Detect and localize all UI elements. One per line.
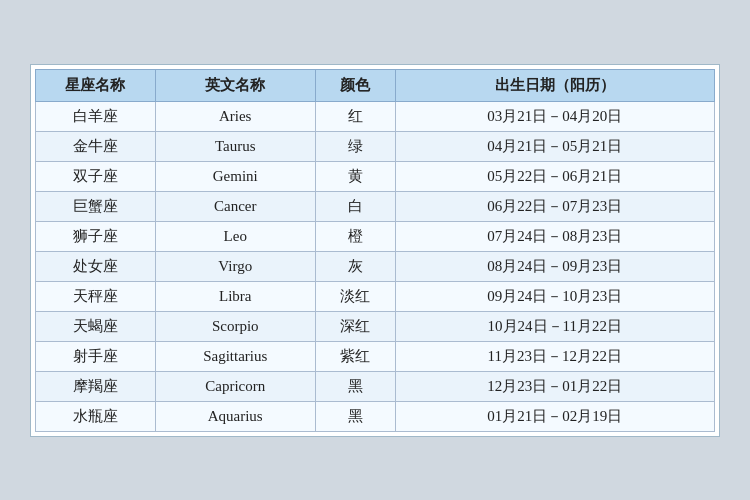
- cell-color: 黑: [315, 371, 395, 401]
- cell-color: 黄: [315, 161, 395, 191]
- cell-chinese: 摩羯座: [36, 371, 156, 401]
- cell-english: Virgo: [155, 251, 315, 281]
- cell-color: 绿: [315, 131, 395, 161]
- cell-english: Taurus: [155, 131, 315, 161]
- table-row: 狮子座Leo橙07月24日－08月23日: [36, 221, 715, 251]
- cell-date: 01月21日－02月19日: [395, 401, 714, 431]
- cell-english: Leo: [155, 221, 315, 251]
- cell-chinese: 处女座: [36, 251, 156, 281]
- cell-date: 12月23日－01月22日: [395, 371, 714, 401]
- cell-date: 09月24日－10月23日: [395, 281, 714, 311]
- cell-color: 淡红: [315, 281, 395, 311]
- header-date: 出生日期（阳历）: [395, 69, 714, 101]
- table-row: 白羊座Aries红03月21日－04月20日: [36, 101, 715, 131]
- table-header-row: 星座名称 英文名称 颜色 出生日期（阳历）: [36, 69, 715, 101]
- table-row: 天秤座Libra淡红09月24日－10月23日: [36, 281, 715, 311]
- header-color: 颜色: [315, 69, 395, 101]
- table-row: 双子座Gemini黄05月22日－06月21日: [36, 161, 715, 191]
- cell-date: 03月21日－04月20日: [395, 101, 714, 131]
- cell-color: 红: [315, 101, 395, 131]
- table-row: 金牛座Taurus绿04月21日－05月21日: [36, 131, 715, 161]
- cell-chinese: 白羊座: [36, 101, 156, 131]
- cell-chinese: 天蝎座: [36, 311, 156, 341]
- cell-color: 灰: [315, 251, 395, 281]
- cell-date: 08月24日－09月23日: [395, 251, 714, 281]
- cell-date: 04月21日－05月21日: [395, 131, 714, 161]
- table-row: 水瓶座Aquarius黑01月21日－02月19日: [36, 401, 715, 431]
- cell-date: 10月24日－11月22日: [395, 311, 714, 341]
- cell-date: 07月24日－08月23日: [395, 221, 714, 251]
- table-row: 处女座Virgo灰08月24日－09月23日: [36, 251, 715, 281]
- table-row: 天蝎座Scorpio深红10月24日－11月22日: [36, 311, 715, 341]
- cell-english: Scorpio: [155, 311, 315, 341]
- cell-english: Aquarius: [155, 401, 315, 431]
- cell-english: Gemini: [155, 161, 315, 191]
- table-row: 射手座Sagittarius紫红11月23日－12月22日: [36, 341, 715, 371]
- cell-date: 05月22日－06月21日: [395, 161, 714, 191]
- cell-english: Libra: [155, 281, 315, 311]
- cell-chinese: 双子座: [36, 161, 156, 191]
- cell-chinese: 巨蟹座: [36, 191, 156, 221]
- cell-color: 黑: [315, 401, 395, 431]
- table-row: 摩羯座Capricorn黑12月23日－01月22日: [36, 371, 715, 401]
- cell-color: 深红: [315, 311, 395, 341]
- table-row: 巨蟹座Cancer白06月22日－07月23日: [36, 191, 715, 221]
- cell-chinese: 射手座: [36, 341, 156, 371]
- cell-english: Sagittarius: [155, 341, 315, 371]
- cell-date: 11月23日－12月22日: [395, 341, 714, 371]
- cell-english: Cancer: [155, 191, 315, 221]
- header-chinese: 星座名称: [36, 69, 156, 101]
- cell-chinese: 金牛座: [36, 131, 156, 161]
- cell-color: 橙: [315, 221, 395, 251]
- zodiac-table-container: 星座名称 英文名称 颜色 出生日期（阳历） 白羊座Aries红03月21日－04…: [30, 64, 720, 437]
- cell-color: 紫红: [315, 341, 395, 371]
- header-english: 英文名称: [155, 69, 315, 101]
- cell-chinese: 狮子座: [36, 221, 156, 251]
- cell-chinese: 天秤座: [36, 281, 156, 311]
- cell-chinese: 水瓶座: [36, 401, 156, 431]
- cell-color: 白: [315, 191, 395, 221]
- cell-date: 06月22日－07月23日: [395, 191, 714, 221]
- cell-english: Aries: [155, 101, 315, 131]
- cell-english: Capricorn: [155, 371, 315, 401]
- zodiac-table: 星座名称 英文名称 颜色 出生日期（阳历） 白羊座Aries红03月21日－04…: [35, 69, 715, 432]
